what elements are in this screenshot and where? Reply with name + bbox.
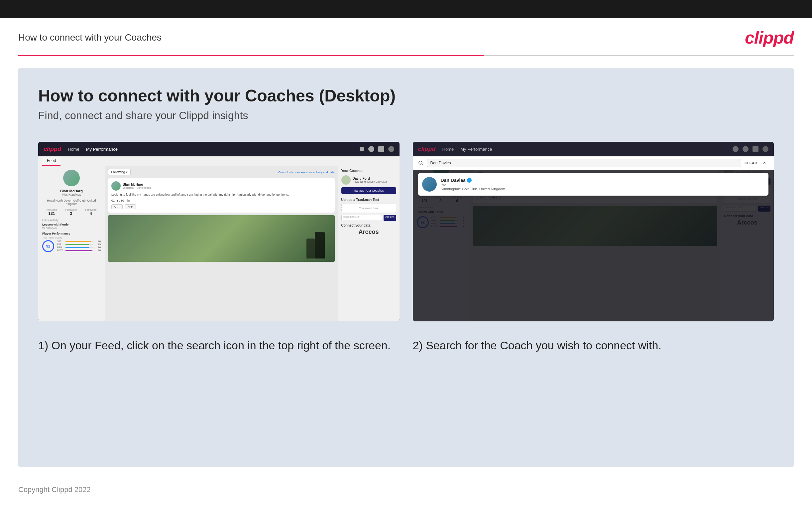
perf-bars: OTT 90 APP 85 ARG: [57, 240, 101, 252]
feed-tab-1[interactable]: Feed: [42, 156, 60, 166]
mock-nav-perf-2: My Performance: [460, 147, 492, 152]
search-bar: Dan Davies CLEAR ×: [413, 156, 774, 170]
main-content: How to connect with your Coaches (Deskto…: [18, 68, 794, 467]
mock-nav-icons-2: [732, 146, 768, 152]
mock-body-1: Blair McHarg Plus Handicap Royal North D…: [38, 166, 399, 322]
step-1-text: 1) On your Feed, click on the search ico…: [38, 338, 399, 353]
result-type: Pro: [441, 183, 505, 187]
screenshot-box-2: clippd Home My Performance Blai: [413, 142, 774, 322]
mock-nav-2: clippd Home My Performance: [413, 142, 774, 156]
coach-row-1: David Ford Royal North Devon Golf Club: [341, 175, 396, 185]
post-text: Looking to feel like my hands are exitin…: [111, 193, 331, 197]
search-close[interactable]: ×: [761, 159, 768, 167]
mock-logo-1: clippd: [44, 146, 61, 153]
search-icon-2: [732, 146, 738, 152]
coaches-title-1: Your Coaches: [341, 169, 396, 173]
search-icon[interactable]: [360, 147, 364, 152]
arccos-text: Arccos: [341, 228, 396, 236]
coach-club-1: Royal North Devon Golf Club: [353, 180, 387, 183]
user-club-1: Royal North Devon Golf Club, United King…: [42, 199, 101, 206]
following-btn[interactable]: Following ▾: [108, 169, 131, 175]
header-divider: [18, 55, 794, 56]
footer: Copyright Clippd 2022: [0, 479, 812, 501]
post-duration: 01 hr : 30 min: [111, 199, 331, 202]
activity-date: 03 Aug 2022: [42, 226, 101, 229]
control-link[interactable]: Control who can see your activity and da…: [278, 171, 335, 174]
user-name-1: Blair McHarg: [42, 189, 101, 193]
step-col-1: 1) On your Feed, click on the search ico…: [38, 338, 399, 353]
mock-logo-2: clippd: [418, 146, 436, 153]
stat-activities: Activities 131: [47, 208, 57, 216]
user-icon-2: [743, 146, 749, 152]
screenshot-box-1: clippd Home My Performance Feed: [38, 142, 399, 322]
post-btns: OTT APP: [111, 204, 331, 209]
post-header: Blair McHarg Yesterday · Sunningdale: [111, 181, 331, 190]
connect-title: Connect your data: [341, 223, 396, 227]
trackman-input-row: Trackman Link Add Link: [341, 215, 396, 221]
coach-name-1: David Ford: [353, 177, 387, 180]
screenshot-col-2: clippd Home My Performance Blai: [413, 142, 774, 322]
trackman-input-placeholder: Trackman Link: [343, 215, 360, 218]
mock-nav-perf-1[interactable]: My Performance: [86, 147, 118, 152]
page-heading: How to connect with your Coaches (Deskto…: [38, 86, 774, 105]
logo: clippd: [745, 28, 794, 48]
screenshots-row: clippd Home My Performance Feed: [38, 142, 774, 322]
bar-arg: ARG 86: [57, 246, 101, 249]
post-1: Blair McHarg Yesterday · Sunningdale Loo…: [108, 178, 335, 213]
gauge-1: 92 OTT 90 APP 85: [42, 240, 101, 252]
post-avatar: [111, 181, 121, 190]
post-date: Yesterday · Sunningdale: [123, 186, 151, 189]
search-icon-overlay: [418, 160, 423, 166]
trackman-placeholder: Trackman Link: [359, 207, 379, 210]
svg-point-0: [419, 161, 422, 164]
mock-nav-1: clippd Home My Performance: [38, 142, 399, 156]
app-btn[interactable]: APP: [125, 204, 136, 209]
search-query[interactable]: Dan Davies: [430, 161, 451, 165]
header-title: How to connect with your Coaches: [18, 32, 161, 43]
mock-nav-home-1[interactable]: Home: [68, 147, 80, 152]
copyright: Copyright Clippd 2022: [18, 485, 91, 494]
quality-label: Total Player Quality: [42, 237, 101, 239]
mock-nav-icons-1: [360, 146, 394, 152]
add-link-btn[interactable]: Add Link: [384, 215, 396, 221]
golf-image-1: [108, 215, 335, 262]
mock-nav-home-2: Home: [442, 147, 454, 152]
user-sub-1: Plus Handicap: [42, 193, 101, 196]
search-overlay: Dan Davies CLEAR × Dan Davies: [413, 156, 774, 322]
result-name: Dan Davies: [441, 178, 505, 183]
mock-right-panel-1: Your Coaches David Ford Royal North Devo…: [338, 166, 399, 322]
settings-icon-2: [753, 146, 759, 152]
settings-icon[interactable]: [378, 146, 384, 152]
user-stats-1: Activities 131 Followers 3 Following 4: [42, 208, 101, 216]
latest-activity-label: Latest Activity: [42, 219, 101, 221]
page-subheading: Find, connect and share your Clippd insi…: [38, 110, 774, 122]
stat-followers: Followers 3: [65, 208, 77, 216]
perf-title: Player Performance: [42, 232, 101, 235]
search-result[interactable]: Dan Davies Pro Sunningdale Golf Club, Un…: [418, 173, 769, 196]
user-icon[interactable]: [368, 146, 374, 152]
coach-avatar-1: [341, 175, 351, 185]
bar-putt: PUTT 96: [57, 249, 101, 252]
mock-left-panel-1: Blair McHarg Plus Handicap Royal North D…: [38, 166, 105, 322]
svg-line-1: [422, 164, 423, 165]
result-club: Sunningdale Golf Club, United Kingdom: [441, 187, 505, 191]
screenshot-col-1: clippd Home My Performance Feed: [38, 142, 399, 322]
bar-ott: OTT 90: [57, 240, 101, 243]
avatar-icon-2: [762, 146, 768, 152]
bar-app: APP 85: [57, 243, 101, 246]
avatar-icon[interactable]: [388, 146, 394, 152]
step-2-text: 2) Search for the Coach you wish to conn…: [413, 338, 774, 353]
manage-coaches-btn[interactable]: Manage Your Coaches: [341, 187, 396, 194]
post-author: Blair McHarg: [123, 183, 151, 186]
activity-name: Lesson with Fordy: [42, 223, 101, 226]
search-input-area: Dan Davies: [427, 159, 742, 167]
top-bar: [0, 0, 812, 18]
ott-btn[interactable]: OTT: [111, 204, 123, 209]
header: How to connect with your Coaches clippd: [0, 18, 812, 55]
trackman-input[interactable]: Trackman Link: [341, 215, 383, 221]
mock-middle-panel-1: Following ▾ Control who can see your act…: [105, 166, 338, 322]
trackman-box: Trackman Link: [341, 204, 396, 213]
verified-badge: [467, 178, 472, 183]
upload-title: Upload a Trackman Test: [341, 198, 396, 202]
search-clear[interactable]: CLEAR: [745, 161, 757, 165]
